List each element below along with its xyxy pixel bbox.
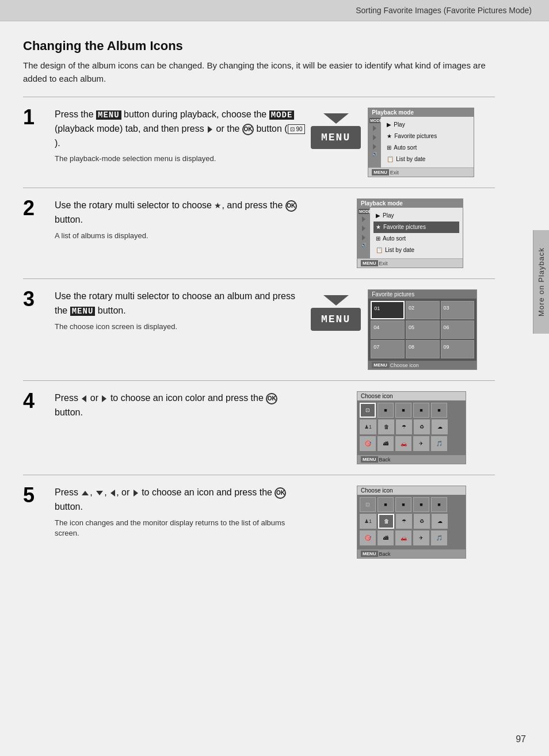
tri-2	[373, 135, 376, 140]
date-icon-s1: 📋	[387, 155, 394, 164]
fav-cell-06: 06	[441, 320, 475, 339]
choose-icon-0-0: ♟1	[360, 419, 376, 434]
choose-color-3: ■	[413, 403, 429, 418]
choose-icon-s5-0-2: ☂	[396, 514, 412, 529]
fav-cell-02: 02	[406, 301, 440, 319]
intro-text: The design of the album icons can be cha…	[23, 59, 495, 85]
menu-btn-graphic-s3: MENU	[311, 295, 361, 331]
step-3: 3 Use the rotary multi selector to choos…	[23, 278, 495, 380]
step-5-number: 5	[23, 483, 55, 507]
menu-footer-choose-s5: MENU	[361, 551, 378, 557]
side-tab: More on Playback	[533, 230, 549, 334]
menu-footer-label-s1: MENU	[372, 169, 389, 175]
step-3-body: Use the rotary multi selector to choose …	[55, 289, 311, 332]
main-content: Changing the Album Icons The design of t…	[0, 21, 518, 592]
choose-screen-s4: Choose icon ⊡ ■ ■ ■ ■ ♟1 🗑 ☂ ♻ ☁	[357, 391, 466, 464]
fav-cell-03: 03	[441, 301, 475, 319]
choose-icon-1-2: 🚗	[395, 436, 411, 451]
play-icon-s2: ▶	[376, 211, 380, 220]
step-3-note: The choose icon screen is displayed.	[55, 322, 305, 332]
choose-icon-0-2: ☂	[396, 419, 412, 434]
choose-color-row-s4: ⊡ ■ ■ ■ ■	[360, 403, 463, 418]
choose-icon-0-1: 🗑	[378, 419, 394, 434]
fav-cell-08: 08	[406, 340, 440, 358]
step-4-number: 4	[23, 389, 55, 413]
choose-icon-1-4: 🎵	[431, 436, 447, 451]
book-ref-s1: ⊡ 90	[288, 124, 305, 135]
menu-btn-graphic-s1: MENU	[311, 113, 361, 149]
menu-label-s3: MENU	[70, 307, 96, 316]
menu-btn-arrow-s1	[323, 113, 349, 124]
auto-icon-s2: ⊞	[376, 234, 380, 243]
choose-color-0: ⊡	[360, 403, 376, 418]
fav-cell-04: 04	[371, 320, 405, 339]
tri-1	[373, 125, 376, 131]
step-5: 5 Press , , , or to choose an icon and p…	[23, 475, 495, 569]
step-2-body: Use the rotary multi selector to choose …	[55, 198, 311, 241]
choose-icon-s5-0-0: ♟1	[360, 514, 376, 529]
choose-icon-row1-s4: ♟1 🗑 ☂ ♻ ☁	[360, 419, 463, 434]
menu-footer-label-s2: MENU	[361, 260, 378, 266]
choose-icon-s5-1-3: ✈	[413, 530, 429, 545]
choose-icon-s5-1-0: 🎯	[360, 530, 376, 545]
mode-label: MODE	[369, 118, 380, 123]
date-icon-s2: 📋	[376, 246, 383, 255]
screen-title-s1: Playback mode	[368, 108, 474, 117]
step-1-title: Press the MENU button during playback, c…	[55, 108, 305, 150]
mode-tab-s1: MODE	[269, 110, 295, 120]
choose-icon-row2-s4: 🎯 🏙 🚗 ✈ 🎵	[360, 436, 463, 451]
step-1-number: 1	[23, 105, 55, 129]
choose-footer-s4: MENU Back	[357, 455, 466, 464]
step-2-number: 2	[23, 196, 55, 220]
screen-footer-s2: MENU Exit	[357, 258, 463, 268]
screen-content-s2: MODE 🔊 ▶ Play ★ Favorite pictures ⊞ Auto…	[357, 208, 463, 258]
fav-icon-s2: ★	[376, 223, 381, 232]
step-5-note: The icon changes and the monitor display…	[55, 518, 305, 539]
choose-body-s4: ⊡ ■ ■ ■ ■ ♟1 🗑 ☂ ♻ ☁ 🎯	[357, 400, 466, 455]
choose-icon-0-3: ♻	[414, 419, 430, 434]
ok-btn-s4: OK	[266, 393, 277, 404]
ok-btn-s2: OK	[285, 200, 297, 212]
screen-row-fav-s2: ★ Favorite pictures	[373, 222, 459, 233]
menu-footer-fav-s3: MENU	[372, 362, 389, 368]
page-heading: Changing the Album Icons	[23, 39, 495, 54]
mode-label-s2: MODE	[359, 209, 369, 214]
menu-footer-choose-s4: MENU	[361, 456, 378, 463]
choose-body-s5: ⊡ ■ ■ ■ ■ ♟1 🗑 ☂ ♻ ☁ 🎯	[357, 495, 466, 549]
choose-color-1-s5: ■	[378, 497, 394, 512]
choose-color-2: ■	[395, 403, 411, 418]
choose-icon-label-s3: Choose icon	[390, 362, 419, 368]
choose-icon-1-0: 🎯	[360, 436, 376, 451]
ok-btn-s1: OK	[242, 124, 254, 135]
screen-row-date-s2: 📋 List by date	[373, 245, 459, 256]
screen-row-fav-s1: ★ Favorite pictures	[384, 131, 470, 142]
screen-row-auto-s1: ⊞ Auto sort	[384, 142, 470, 154]
side-tab-label: More on Playback	[537, 247, 546, 316]
ok-btn-s5: OK	[274, 487, 286, 499]
step-3-visuals: MENU Favorite pictures 01 02 03 04 05 06…	[311, 289, 495, 370]
choose-color-4: ■	[431, 403, 447, 418]
step-3-title: Use the rotary multi selector to choose …	[55, 289, 305, 318]
play-icon-s1: ▶	[387, 120, 391, 129]
step-2-note: A list of albums is displayed.	[55, 231, 305, 241]
back-label-s4: Back	[379, 457, 391, 463]
menu-label-s1: MENU	[96, 110, 121, 120]
choose-icon-s5-0-4: ☁	[432, 514, 448, 529]
choose-title-s4: Choose icon	[357, 392, 466, 400]
fav-grid-s3: 01 02 03 04 05 06 07 08 09	[368, 299, 476, 361]
step-1-note: The playback-mode selection menu is disp…	[55, 154, 305, 164]
screen-footer-s1: MENU Exit	[368, 167, 474, 177]
screen-rows-s2: ▶ Play ★ Favorite pictures ⊞ Auto sort 📋…	[370, 208, 463, 258]
step-4-body: Press or to choose an icon color and pre…	[55, 391, 311, 423]
choose-icon-0-4: ☁	[432, 419, 448, 434]
choose-icon-1-3: ✈	[413, 436, 429, 451]
fav-grid-screen-s3: Favorite pictures 01 02 03 04 05 06 07 0…	[368, 289, 477, 370]
page-number: 97	[516, 734, 526, 744]
screen-row-date-s1: 📋 List by date	[384, 154, 470, 165]
screen-row-play-s2: ▶ Play	[373, 210, 459, 222]
exit-label-s1: Exit	[390, 170, 399, 175]
choose-icon-s5-1-4: 🎵	[431, 530, 447, 545]
step-1: 1 Press the MENU button during playback,…	[23, 97, 495, 188]
step-3-number: 3	[23, 287, 55, 311]
step-2-title: Use the rotary multi selector to choose …	[55, 198, 305, 227]
